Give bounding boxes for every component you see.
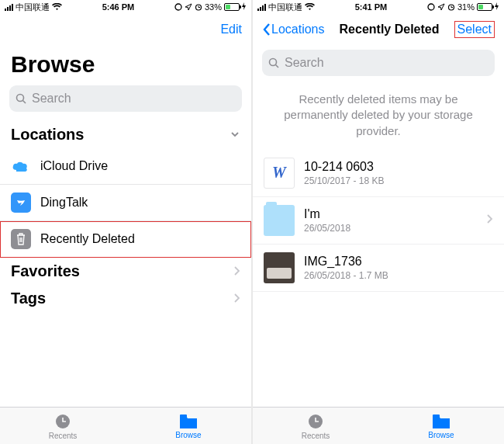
icloud-icon xyxy=(11,156,31,176)
svg-point-7 xyxy=(270,58,277,65)
charging-icon xyxy=(242,2,247,12)
svg-rect-4 xyxy=(180,415,187,418)
location-icon xyxy=(437,3,445,11)
tab-browse[interactable]: Browse xyxy=(126,408,251,444)
svg-point-5 xyxy=(428,4,434,10)
search-placeholder: Search xyxy=(32,92,71,106)
folder-icon xyxy=(264,205,295,236)
search-icon xyxy=(16,93,27,105)
back-label: Locations xyxy=(271,23,325,36)
chevron-right-icon xyxy=(485,213,493,227)
signal-icon xyxy=(257,4,266,11)
carrier-label: 中国联通 xyxy=(268,2,302,13)
file-name: 10-214 0603 xyxy=(304,160,493,174)
battery-pct: 31% xyxy=(457,2,475,12)
battery-icon xyxy=(224,3,240,11)
do-not-disturb-icon xyxy=(427,3,435,11)
tags-label: Tags xyxy=(11,290,46,307)
file-row-image[interactable]: IMG_1736 26/05/2018 - 1.7 MB xyxy=(253,245,504,292)
location-row-icloud[interactable]: iCloud Drive xyxy=(0,148,251,185)
nav-title: Recently Deleted xyxy=(340,23,440,36)
nav-bar: Locations Recently Deleted Select xyxy=(253,14,504,45)
tab-recents[interactable]: Recents xyxy=(253,408,378,444)
search-placeholder: Search xyxy=(285,56,324,70)
location-row-dingtalk[interactable]: DingTalk xyxy=(0,185,251,221)
dingtalk-icon xyxy=(11,193,31,213)
folder-icon xyxy=(178,413,198,430)
folder-icon xyxy=(431,413,451,430)
battery-icon xyxy=(477,3,492,11)
location-icon xyxy=(185,3,192,11)
wifi-icon xyxy=(305,3,315,11)
signal-icon xyxy=(5,4,13,11)
image-thumbnail xyxy=(264,252,295,283)
file-name: I'm xyxy=(304,207,476,221)
file-sub: 25/10/2017 - 18 KB xyxy=(304,175,493,186)
do-not-disturb-icon xyxy=(174,3,182,11)
search-input[interactable]: Search xyxy=(9,85,242,112)
back-button[interactable]: Locations xyxy=(262,23,325,36)
trash-icon xyxy=(11,229,31,249)
word-doc-icon: W xyxy=(264,158,295,189)
tab-browse[interactable]: Browse xyxy=(378,408,504,444)
chevron-right-icon xyxy=(233,262,240,280)
search-input[interactable]: Search xyxy=(262,50,495,76)
chevron-left-icon xyxy=(262,23,271,36)
svg-rect-9 xyxy=(433,415,440,418)
svg-point-0 xyxy=(175,4,181,10)
tab-recents[interactable]: Recents xyxy=(0,408,126,444)
tab-label: Recents xyxy=(49,432,78,440)
clock: 5:46 PM xyxy=(62,2,174,12)
nav-bar: Edit xyxy=(0,14,251,45)
info-text: Recently deleted items may be permanentl… xyxy=(253,85,504,150)
location-label: DingTalk xyxy=(40,196,240,210)
file-sub: 26/05/2018 - 1.7 MB xyxy=(304,270,493,281)
charging-icon xyxy=(495,2,499,12)
file-sub: 26/05/2018 xyxy=(304,223,476,234)
tags-header[interactable]: Tags xyxy=(0,285,251,312)
left-screen: 中国联通 5:46 PM 33% Edit Browse Search Loca… xyxy=(0,0,251,444)
edit-button[interactable]: Edit xyxy=(220,23,242,36)
location-row-recently-deleted[interactable]: Recently Deleted xyxy=(0,221,251,258)
alarm-icon xyxy=(195,3,202,11)
search-icon xyxy=(268,57,280,69)
status-bar: 中国联通 5:46 PM 33% xyxy=(0,0,251,14)
tab-bar: Recents Browse xyxy=(0,407,251,444)
alarm-icon xyxy=(447,3,455,11)
clock-icon xyxy=(54,412,72,431)
tab-label: Browse xyxy=(428,431,454,439)
status-bar: 中国联通 5:41 PM 31% xyxy=(253,0,504,14)
tab-label: Recents xyxy=(302,432,330,440)
locations-label: Locations xyxy=(11,126,84,144)
battery-pct: 33% xyxy=(205,2,222,12)
file-row-doc[interactable]: W 10-214 0603 25/10/2017 - 18 KB xyxy=(253,150,504,197)
page-title: Browse xyxy=(0,45,251,85)
tab-bar: Recents Browse xyxy=(253,407,504,444)
clock: 5:41 PM xyxy=(315,2,427,12)
favorites-label: Favorites xyxy=(11,262,80,280)
location-label: Recently Deleted xyxy=(40,232,240,246)
chevron-down-icon xyxy=(230,126,240,144)
chevron-right-icon xyxy=(233,290,240,307)
right-screen: 中国联通 5:41 PM 31% Locations Recently Dele… xyxy=(253,0,504,444)
tab-label: Browse xyxy=(175,431,201,439)
clock-icon xyxy=(306,412,325,431)
file-row-folder[interactable]: I'm 26/05/2018 xyxy=(253,197,504,245)
select-button[interactable]: Select xyxy=(454,21,495,38)
location-label: iCloud Drive xyxy=(40,159,240,173)
file-name: IMG_1736 xyxy=(304,255,493,269)
favorites-header[interactable]: Favorites xyxy=(0,258,251,285)
carrier-label: 中国联通 xyxy=(16,2,50,13)
locations-header[interactable]: Locations xyxy=(0,121,251,148)
svg-point-2 xyxy=(17,94,24,101)
wifi-icon xyxy=(52,3,62,11)
